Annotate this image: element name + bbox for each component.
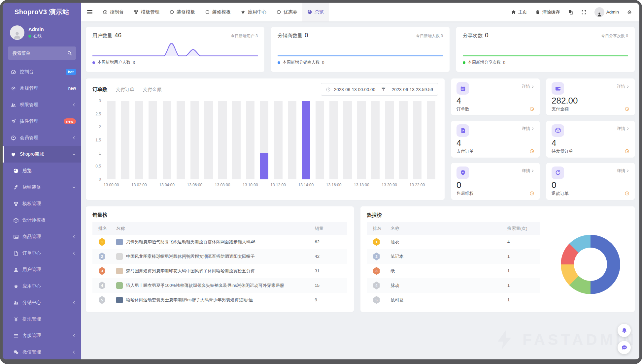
app-window: ShoproV3 演示站 Admin 在线 控制台hot 常规管理new 权限管…	[0, 0, 642, 364]
sidebar-item-goods[interactable]: 商品管理	[3, 228, 81, 245]
overview-cards: 用户数量46 今日新增用户 3 本周新增用户人数3 分销商数量0 今日新增人数 …	[86, 27, 635, 72]
date-range-picker[interactable]: 2023-06-13 00:00:00 至 2023-06-13 23:59:5…	[321, 83, 438, 96]
clear-cache-button[interactable]: 清除缓存	[535, 9, 560, 15]
translate-button[interactable]	[568, 10, 573, 15]
tab-order-count[interactable]: 订单数	[92, 86, 107, 93]
search-count: 1	[504, 293, 540, 307]
chevron-left-icon	[72, 301, 76, 305]
search-icon[interactable]	[67, 51, 72, 56]
stat-order-count: 详情 4 订单数	[451, 78, 540, 115]
order-chart-tabs: 订单数 支付订单 支付金额	[92, 86, 321, 93]
rank-badge: 2	[98, 253, 106, 260]
search-input[interactable]	[8, 46, 76, 60]
tab-appcenter[interactable]: 应用中心	[236, 3, 271, 21]
bell-icon	[621, 327, 627, 334]
search-count: 4	[504, 235, 540, 249]
sidebar-item-service[interactable]: 客服管理	[3, 327, 81, 344]
settings-button[interactable]	[627, 10, 632, 15]
paid-amount-icon	[552, 82, 564, 95]
user-name: Admin	[606, 10, 619, 15]
sidebar-item-distribution[interactable]: 分销中心	[3, 294, 81, 311]
table-row: 3纸1	[367, 264, 540, 278]
keyword: 波司登	[388, 293, 504, 307]
search-count: 1	[504, 249, 540, 264]
sidebar-item-designer-templates[interactable]: 设计师模板	[3, 212, 81, 228]
sidebar-item-addon[interactable]: 插件管理new	[3, 113, 81, 130]
tab-coupons[interactable]: 优惠券	[271, 3, 302, 21]
sidebar-menu: 控制台hot 常规管理new 权限管理 插件管理new 会员管理 Shopro商…	[3, 64, 81, 359]
date-start: 2023-06-13 00:00:00	[334, 87, 375, 92]
share-count-value: 0	[485, 32, 489, 39]
sidebar-item-dashboard[interactable]: 控制台hot	[3, 64, 81, 80]
tab-templates[interactable]: 模板管理	[129, 3, 164, 21]
table-row: 1睡衣4	[367, 235, 540, 249]
user-panel[interactable]: Admin 在线	[3, 21, 81, 43]
sidebar-item-users[interactable]: 用户管理	[3, 261, 81, 278]
sidebar-item-member[interactable]: 会员管理	[3, 130, 81, 146]
user-status: 在线	[33, 33, 42, 39]
sidebar-item-templates[interactable]: 模板管理	[3, 196, 81, 212]
translate-icon	[568, 10, 573, 15]
sidebar-item-withdraw[interactable]: 提现管理	[3, 311, 81, 327]
sales-value: 15	[312, 278, 347, 293]
yen-icon	[13, 317, 19, 322]
online-dot	[28, 35, 31, 38]
sidebar-item-shopro[interactable]: Shopro商城	[3, 146, 81, 163]
sidebar-item-overview[interactable]: 总览	[3, 163, 81, 179]
chat-button[interactable]	[618, 341, 631, 354]
sidebar-item-general[interactable]: 常规管理new	[3, 80, 81, 97]
sidebar-item-wechat[interactable]: 微信管理	[3, 344, 81, 359]
chevron-left-icon	[72, 334, 76, 338]
detail-link[interactable]: 详情	[522, 126, 534, 132]
product-name: 猫人男士睡衣男夏季100%纯棉薄款圆领套头短袖套装男ins潮休闲运动可外穿家居服	[126, 283, 284, 288]
date-separator: 至	[379, 86, 389, 92]
product-name: 森马国潮短裤男夏季潮印花大码中国风裤子休闲嘻哈潮流宽松五分裤	[126, 268, 255, 274]
image-icon	[13, 234, 19, 240]
detail-link[interactable]: 详情	[617, 84, 629, 89]
detail-link[interactable]: 详情	[522, 168, 534, 174]
notifications-button[interactable]	[618, 324, 631, 337]
pie-icon	[13, 168, 19, 174]
user-trend-sparkline	[92, 40, 258, 57]
product-name: 中国风龙图案棒球帽男潮牌休闲鸭舌帽女潮流百搭防晒遮阳太阳帽子	[126, 254, 255, 259]
hamburger-menu-icon[interactable]	[86, 9, 93, 15]
home-button[interactable]: 主页	[511, 9, 527, 15]
product-thumbnail	[116, 253, 123, 260]
detail-link[interactable]: 详情	[617, 168, 629, 174]
hot-search-table: 排名 名称 搜索量(次) 1睡衣4 2笔记本1 3纸1 4脉动1 5波司登1	[367, 222, 540, 307]
product-name: 刀锋男鞋夏季透气防臭飞织运动鞋男潮流百搭休闲网面跑步鞋大码46	[126, 239, 255, 245]
sidebar-item-appcenter[interactable]: 应用中心	[3, 278, 81, 294]
sidebar-item-auth[interactable]: 权限管理	[3, 97, 81, 113]
gauge-icon	[11, 69, 16, 75]
order-count-icon	[456, 82, 469, 95]
tab-overview[interactable]: 总览	[302, 3, 329, 21]
keyword: 睡衣	[388, 235, 504, 249]
tab-decorate-template-2[interactable]: 装修模板	[200, 3, 236, 21]
order-bars	[104, 101, 438, 179]
menu-search	[8, 46, 76, 60]
page-content: 用户数量46 今日新增用户 3 本周新增用户人数3 分销商数量0 今日新增人数 …	[81, 21, 639, 359]
refund-icon	[552, 167, 564, 179]
table-row: 5波司登1	[367, 293, 540, 307]
rank-badge: 5	[98, 296, 106, 304]
detail-link[interactable]: 详情	[617, 126, 629, 132]
order-y-axis: 00.511.522.53	[92, 101, 104, 179]
detail-link[interactable]: 详情	[522, 84, 534, 89]
fullscreen-button[interactable]	[581, 10, 587, 15]
user-count-value: 46	[115, 32, 121, 39]
tab-dashboard[interactable]: 控制台	[98, 3, 129, 21]
stat-to-ship-orders: 详情 4 待发货订单	[546, 121, 635, 158]
user-menu[interactable]: Admin	[594, 7, 619, 17]
user-name: Admin	[28, 26, 44, 32]
history-clock-icon	[625, 106, 629, 111]
tab-decorate-template-1[interactable]: 装修模板	[164, 3, 200, 21]
sidebar-item-decorate[interactable]: 店铺装修	[3, 179, 81, 196]
history-clock-icon	[529, 106, 534, 111]
sidebar-item-orders[interactable]: 订单中心	[3, 245, 81, 261]
history-clock-icon	[529, 149, 534, 154]
tab-paid-amount[interactable]: 支付金额	[143, 87, 161, 93]
tab-paid-orders[interactable]: 支付订单	[116, 87, 134, 93]
order-bar-chart: 00.511.522.53 13 00:0013 02:0013 04:0013…	[92, 101, 438, 189]
to-ship-icon	[552, 124, 564, 137]
chevron-left-icon	[72, 251, 76, 255]
